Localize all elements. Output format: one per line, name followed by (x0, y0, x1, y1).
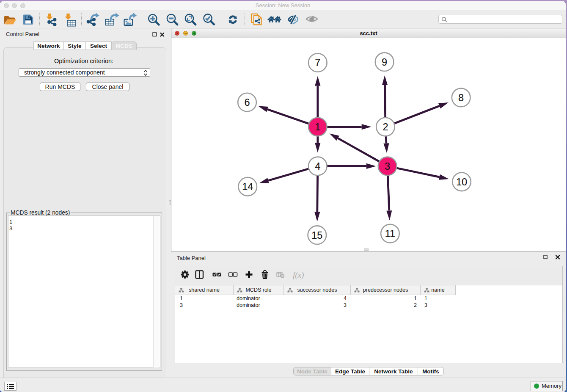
svg-text:14: 14 (242, 181, 253, 192)
svg-text:15: 15 (311, 230, 322, 241)
svg-text:f(x): f(x) (293, 271, 304, 280)
svg-text:2: 2 (383, 121, 388, 133)
svg-text:1: 1 (315, 121, 320, 133)
svg-text:3: 3 (385, 161, 390, 172)
svg-text:9: 9 (382, 57, 387, 68)
svg-text:11: 11 (385, 228, 395, 239)
svg-text:8: 8 (458, 92, 464, 103)
svg-text:6: 6 (244, 97, 250, 108)
svg-text:4: 4 (315, 161, 320, 172)
svg-text:10: 10 (456, 177, 467, 188)
svg-text:7: 7 (315, 57, 320, 68)
